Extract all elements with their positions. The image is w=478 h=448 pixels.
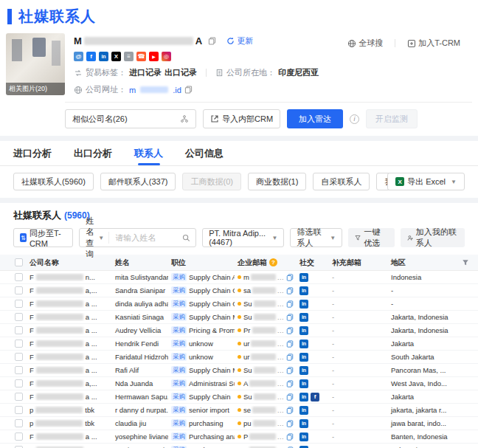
email-status-dot: [238, 275, 241, 279]
instagram-icon[interactable]: ◎: [162, 52, 171, 61]
linkedin-icon[interactable]: in: [299, 446, 308, 448]
copy-icon[interactable]: [286, 287, 294, 294]
globe-icon: [74, 86, 83, 94]
linkedin-icon[interactable]: in: [299, 433, 308, 441]
chip-commercial-data[interactable]: 商业数据(1): [248, 173, 306, 190]
copy-icon[interactable]: [286, 300, 294, 308]
import-records-link[interactable]: 进口记录: [129, 67, 162, 78]
linkedin-icon[interactable]: in: [299, 286, 308, 295]
linkedin-icon[interactable]: in: [299, 313, 308, 322]
join-tcrm-link[interactable]: 加入T-CRM: [407, 38, 460, 49]
linkedin-icon[interactable]: in: [299, 353, 308, 362]
help-icon[interactable]: ?: [269, 258, 277, 266]
chip-email-contacts[interactable]: 邮件联系人(337): [100, 173, 176, 190]
company-redacted: [36, 327, 83, 334]
linkedin-icon[interactable]: in: [299, 326, 308, 335]
contacts-table: 公司名称 姓名 职位 企业邮箱 ? 社交 补充邮箱 地区 F n... mita…: [0, 255, 478, 448]
cell-extra-email: -: [329, 406, 388, 414]
chevron-down-icon: ▼: [330, 235, 336, 241]
youtube-icon[interactable]: ▶: [149, 52, 159, 61]
row-checkbox[interactable]: [15, 326, 23, 334]
copy-icon[interactable]: [286, 274, 294, 281]
tab-import-analysis[interactable]: 进口分析: [13, 141, 52, 165]
add-my-contacts-button[interactable]: 加入我的联系人: [401, 228, 465, 247]
facebook-icon[interactable]: f: [86, 52, 96, 61]
row-checkbox[interactable]: [15, 393, 23, 401]
global-search-icon: [347, 39, 356, 48]
cell-email: Su …: [235, 393, 297, 401]
x-icon[interactable]: X: [111, 52, 121, 61]
row-checkbox[interactable]: [15, 300, 23, 308]
global-search-link[interactable]: 全球搜: [347, 38, 383, 49]
info-icon[interactable]: i: [350, 114, 359, 124]
copy-icon[interactable]: [286, 380, 294, 387]
linkedin-icon[interactable]: in: [299, 419, 308, 428]
company-photo[interactable]: 相关图片(20): [6, 33, 65, 95]
add-radar-button[interactable]: 加入雷达: [287, 109, 343, 128]
blog-icon[interactable]: ≡: [124, 52, 134, 61]
linkedin-icon[interactable]: in: [299, 379, 308, 388]
website-icon[interactable]: @: [74, 52, 83, 61]
row-checkbox[interactable]: [15, 433, 23, 441]
export-excel-button[interactable]: X 导出 Excel ▼: [387, 173, 465, 190]
import-crm-button[interactable]: 导入内部CRM: [203, 109, 280, 128]
copy-icon[interactable]: [286, 420, 294, 427]
copy-icon[interactable]: [286, 393, 294, 401]
company-filter-select[interactable]: PT. Mitra Adip...(4467)▼: [202, 228, 284, 247]
row-checkbox[interactable]: [15, 406, 23, 414]
search-icon[interactable]: [177, 234, 195, 242]
refresh-button[interactable]: 更新: [226, 35, 253, 46]
select-all-checkbox[interactable]: [15, 258, 23, 266]
copy-icon[interactable]: [286, 407, 294, 414]
company-redacted: [36, 354, 83, 360]
linkedin-icon[interactable]: in: [299, 340, 308, 348]
facebook-icon[interactable]: f: [311, 393, 319, 402]
name-query-select[interactable]: 姓名查询▼: [80, 232, 109, 244]
cell-name: Rafi Alif: [112, 366, 168, 374]
contact-filter-select[interactable]: 筛选联系人▼: [290, 228, 342, 247]
procurement-badge: 采购: [171, 406, 187, 414]
copy-icon[interactable]: [286, 314, 294, 321]
row-checkbox[interactable]: [15, 366, 23, 374]
copy-icon[interactable]: [184, 86, 193, 94]
copy-icon[interactable]: [286, 327, 294, 334]
email-redacted: [253, 420, 276, 427]
name-search-input[interactable]: [109, 233, 177, 242]
export-records-link[interactable]: 出口记录: [164, 67, 197, 78]
tab-company-info[interactable]: 公司信息: [185, 141, 224, 165]
linkedin-icon[interactable]: in: [299, 300, 308, 309]
row-checkbox[interactable]: [15, 313, 23, 321]
copy-icon[interactable]: [286, 367, 294, 374]
chip-self-collected[interactable]: 自采联系人: [313, 173, 370, 190]
similar-companies-button[interactable]: 相似公司名(26): [65, 109, 196, 128]
row-checkbox[interactable]: [15, 419, 23, 427]
website-link-prefix[interactable]: m: [129, 86, 136, 94]
linkedin-icon[interactable]: in: [99, 52, 108, 61]
sync-tcrm-button[interactable]: ⇅ 同步至T-CRM: [13, 228, 73, 247]
chip-social-contacts[interactable]: 社媒联系人(5960): [13, 173, 94, 190]
row-checkbox[interactable]: [15, 379, 23, 387]
one-click-optimize-button[interactable]: 一键优选: [348, 228, 394, 247]
cell-name: r danny d nurpat...: [112, 406, 168, 414]
filter-funnel-icon[interactable]: [462, 259, 469, 266]
photo-decor: [12, 39, 22, 61]
linkedin-icon[interactable]: in: [299, 393, 308, 402]
tab-export-analysis[interactable]: 出口分析: [74, 141, 112, 165]
tab-contacts[interactable]: 联系人: [134, 141, 163, 165]
phone-icon[interactable]: ☎: [136, 52, 146, 61]
copy-icon[interactable]: [208, 37, 216, 45]
row-checkbox[interactable]: [15, 273, 23, 281]
row-checkbox[interactable]: [15, 340, 23, 348]
linkedin-icon[interactable]: in: [299, 273, 308, 282]
linkedin-icon[interactable]: in: [299, 406, 308, 415]
cell-region: Jakarta: [388, 393, 478, 401]
copy-icon[interactable]: [286, 354, 294, 361]
website-row: 公司网址： m .id: [74, 84, 472, 95]
row-checkbox[interactable]: [15, 286, 23, 294]
copy-icon[interactable]: [286, 340, 294, 348]
linkedin-icon[interactable]: in: [299, 366, 308, 375]
monitor-button: 开启监测: [366, 109, 418, 128]
website-link-suffix[interactable]: .id: [173, 86, 181, 94]
copy-icon[interactable]: [286, 433, 294, 441]
row-checkbox[interactable]: [15, 353, 23, 361]
